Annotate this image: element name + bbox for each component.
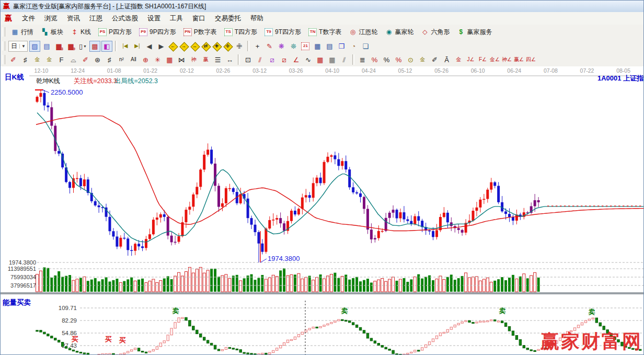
draw-shen-tool-icon[interactable]: 神 — [188, 54, 199, 65]
nav-wave-9-icon[interactable]: ▆9 — [65, 41, 76, 52]
draw-width-tool-icon[interactable]: ↔ — [224, 54, 235, 65]
draw-fan-box-red-icon[interactable]: ⧄ — [279, 54, 290, 65]
nav-zoom-all-button[interactable]: ✚ — [212, 42, 221, 51]
menu-item-gann[interactable]: 江恩 — [85, 13, 107, 24]
menu-item-settings[interactable]: 设置 — [143, 13, 165, 24]
draw-bracket-tool-icon[interactable]: ⋈ — [176, 54, 187, 65]
draw-ying-tool-icon[interactable]: 赢 — [200, 54, 211, 65]
draw-percent-line-red-icon[interactable]: % — [369, 54, 380, 65]
nav-clock-sync-icon[interactable]: ◔ — [348, 41, 359, 52]
draw-hatch-tool-icon[interactable]: ⫽ — [339, 54, 350, 65]
toolbar-button-9t-square[interactable]: T99T四方形 — [261, 26, 305, 38]
draw-box-tool-icon[interactable]: ⊡ — [243, 54, 254, 65]
draw-pen-red-icon[interactable]: ✐ — [8, 54, 19, 65]
toolbar-button-t-number-table[interactable]: TNT数字表 — [305, 26, 345, 38]
draw-a-bar-icon[interactable]: Ā — [441, 54, 452, 65]
chart-canvas[interactable]: 12-1012-2401-0801-2202-1202-2603-1203-26… — [1, 66, 644, 355]
menu-item-window[interactable]: 窗口 — [188, 13, 210, 24]
nav-wave-3-icon[interactable]: ▆3 — [53, 41, 64, 52]
draw-grid-web-icon[interactable]: ▦ — [164, 54, 175, 65]
draw-ruler-123-icon[interactable]: ☰ — [212, 54, 223, 65]
draw-gann-ruler-icon[interactable]: ♯ — [20, 54, 31, 65]
nav-hand-tool-icon[interactable]: ✙ — [234, 41, 245, 52]
draw-shen-angle-icon[interactable]: 神∠ — [501, 54, 512, 65]
draw-bars-tool-icon[interactable]: ≣ — [357, 54, 368, 65]
nav-web-purple-icon[interactable]: ❋ — [276, 41, 287, 52]
draw-grid-gray-icon[interactable]: ▦ — [327, 54, 338, 65]
nav-first-page-icon[interactable]: |◀ — [120, 41, 131, 52]
nav-chart-style-icon[interactable]: ▨ — [29, 41, 40, 52]
toolbar-button-winner-wheel[interactable]: ◉赢家轮 — [381, 26, 417, 38]
menu-item-browse[interactable]: 浏览 — [40, 13, 62, 24]
draw-arc-tool-icon[interactable]: ⌓ — [68, 54, 79, 65]
menu-item-formula-picker[interactable]: 公式选股 — [107, 13, 143, 24]
menu-item-file[interactable]: 文件 — [17, 13, 40, 24]
nav-pan-left-button[interactable]: ← — [168, 42, 177, 51]
nav-page-prev-icon[interactable]: ◀ — [144, 41, 155, 52]
draw-ying-angle-icon[interactable]: 赢∠ — [513, 54, 524, 65]
period-selector[interactable]: 日▼ — [8, 41, 28, 52]
nav-remote-pc-icon[interactable]: ❏ — [360, 41, 371, 52]
toolbar-button-quotes[interactable]: ▦行情 — [7, 26, 37, 38]
nav-pan-right-button[interactable]: → — [179, 42, 188, 51]
toolbar-button-sectors[interactable]: ▚板块 — [37, 26, 67, 38]
draw-star-web-icon[interactable]: ✳ — [152, 54, 163, 65]
toolbar-button-p-square[interactable]: PSP四方形 — [95, 26, 135, 38]
nav-save-icon[interactable]: ❒ — [336, 41, 347, 52]
draw-n-square-icon[interactable]: n² — [116, 54, 127, 65]
nav-web-teal-icon[interactable]: ❊ — [288, 41, 299, 52]
toolbar-button-winner-service[interactable]: $赢家服务 — [453, 26, 496, 38]
toolbar-button-kline[interactable]: ‡K线 — [67, 26, 95, 38]
draw-gold-ruler-2-icon[interactable]: 金 — [44, 54, 55, 65]
draw-ruler-2-icon[interactable]: ♯ — [104, 54, 115, 65]
draw-percent-line-2-icon[interactable]: % — [393, 54, 404, 65]
draw-percent-icon[interactable]: % — [381, 54, 392, 65]
buy-signal: 买 — [119, 336, 126, 344]
draw-f-angle-icon[interactable]: F∠ — [477, 54, 488, 65]
draw-angle-lines-icon[interactable]: ∠ — [291, 54, 302, 65]
menu-item-news[interactable]: 资讯 — [62, 13, 85, 24]
draw-f-ruler-icon[interactable]: F — [56, 54, 67, 65]
draw-fan-red-icon[interactable]: ⫽ — [255, 54, 266, 65]
draw-gold-ruler-1-icon[interactable]: 金 — [32, 54, 43, 65]
draw-gold-line-icon[interactable]: 金 — [417, 54, 428, 65]
toolbar-button-hexagon[interactable]: ◇六角形 — [417, 26, 453, 38]
nav-pointer-note-icon[interactable]: ✎ — [264, 41, 275, 52]
draw-a-mirror-icon[interactable]: A‖ — [128, 54, 139, 65]
toolbar-button-gann-wheel[interactable]: ◎江恩轮 — [345, 26, 381, 38]
draw-gold-circle-icon[interactable]: ⊙ — [405, 54, 416, 65]
toolbar-button-9p-square[interactable]: P99P四方形 — [135, 26, 180, 38]
menu-item-help[interactable]: 帮助 — [246, 13, 268, 24]
nav-crosshair-icon[interactable]: + — [252, 41, 263, 52]
draw-fan-purple-icon[interactable]: ⧄ — [267, 54, 278, 65]
nav-info-panel-icon[interactable]: ▤ — [41, 41, 52, 52]
title-bar[interactable]: 赢 赢家江恩专业版[赢家内部服务平台] - [上证指数 SH1A0001-167… — [1, 1, 644, 13]
nav-calculator-icon[interactable]: ▦ — [312, 41, 323, 52]
nav-fit-view-button[interactable]: ✜ — [223, 42, 232, 51]
nav-candle-style-icon[interactable]: ▯▼ — [77, 41, 88, 52]
toolbar-button-p-number-table[interactable]: PNP数字表 — [180, 26, 221, 38]
menu-item-trade[interactable]: 交易委托 — [210, 13, 246, 24]
nav-expand-horizontal-button[interactable]: ↔ — [190, 42, 199, 51]
draw-pen-candle-icon[interactable]: ✐ — [429, 54, 440, 65]
toolbar-button-t-square[interactable]: TST四方形 — [221, 26, 261, 38]
nav-page-next-icon[interactable]: ▶ — [156, 41, 167, 52]
draw-grid-red-icon[interactable]: ▦ — [315, 54, 326, 65]
draw-pen-2-icon[interactable]: ✐ — [80, 54, 91, 65]
menu-item-tools[interactable]: 工具 — [165, 13, 188, 24]
nav-notes-icon[interactable]: ▤ — [324, 41, 335, 52]
draw-si-angle-icon[interactable]: 四∠ — [525, 54, 536, 65]
draw-gold-angle-icon[interactable]: 金∠ — [489, 54, 500, 65]
nav-compress-horizontal-button[interactable]: ⇄ — [201, 42, 210, 51]
nav-calendar-icon[interactable]: 21 — [300, 41, 311, 52]
draw-circle-3-icon[interactable]: ⊛ — [92, 54, 103, 65]
nav-last-page-icon[interactable]: ▶| — [132, 41, 143, 52]
draw-j-angle-icon[interactable]: J∠ — [465, 54, 476, 65]
draw-gold-line-red-icon[interactable]: 金 — [453, 54, 464, 65]
draw-wave-tool-icon[interactable]: ∿ — [303, 54, 314, 65]
nav-histogram-icon[interactable]: ◧ — [101, 41, 112, 52]
chart-area[interactable]: 12-1012-2401-0801-2202-1202-2603-1203-26… — [1, 66, 644, 355]
nav-pattern-fill-icon[interactable]: ▩ — [89, 41, 100, 52]
winner-wheel-icon: ◉ — [385, 28, 393, 36]
draw-crosshair-red-icon[interactable]: ⊕ — [140, 54, 151, 65]
